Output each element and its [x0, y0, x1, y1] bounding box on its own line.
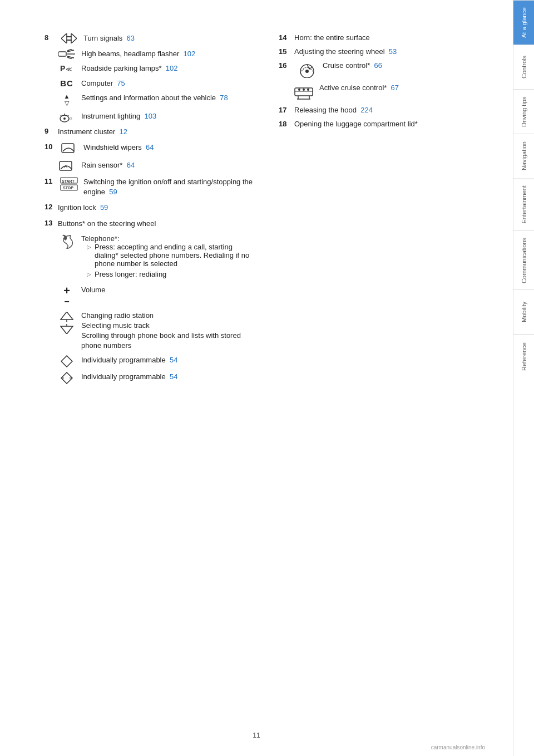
- sidebar-tab-driving-tips[interactable]: Driving tips: [513, 89, 534, 134]
- turn-signals-text: Turn signals 63: [83, 33, 256, 43]
- item-10-block: 10 Windshield wipers 64: [44, 143, 256, 173]
- settings-link[interactable]: 78: [220, 94, 228, 102]
- svg-point-14: [63, 117, 66, 120]
- left-column: 8 Turn signals 63: [44, 33, 256, 389]
- wipers-link[interactable]: 64: [146, 143, 154, 151]
- turn-signals-icon: [58, 33, 80, 43]
- svg-point-36: [303, 89, 305, 91]
- start-stop-icon: START STOP: [58, 177, 80, 192]
- item-12-block: 12 Ignition lock 59: [44, 203, 256, 213]
- instrument-lighting-text: Instrument lighting 103: [81, 111, 256, 121]
- cruise-control-icon: [294, 61, 319, 78]
- bullet-triangle-1: ▷: [87, 244, 91, 250]
- item-number-8: 8: [44, 33, 56, 42]
- sidebar-tab-entertainment[interactable]: Entertainment: [513, 178, 534, 230]
- sidebar-tab-mobility[interactable]: Mobility: [513, 289, 534, 334]
- bullet-triangle-2: ▷: [87, 271, 91, 277]
- windshield-wipers-icon: [58, 143, 80, 155]
- item-9-block: 9 Instrument cluster 12: [44, 127, 256, 137]
- two-column-layout: 8 Turn signals 63: [44, 33, 491, 389]
- main-content: 8 Turn signals 63: [0, 0, 513, 756]
- telephone-bullet-2-text: Press longer: redialing: [95, 270, 166, 278]
- settings-text: Settings and information about the vehic…: [81, 93, 256, 103]
- telephone-content: Telephone*: ▷ Press: accepting and endin…: [81, 234, 256, 281]
- item-15-text: Adjusting the steering wheel 53: [294, 47, 397, 56]
- parking-lamps-text: Roadside parking lamps* 102: [81, 63, 256, 73]
- item-number-17: 17: [279, 106, 291, 114]
- svg-marker-1: [67, 33, 77, 43]
- sidebar-tab-reference[interactable]: Reference: [513, 334, 534, 379]
- svg-text:☼: ☼: [68, 115, 73, 121]
- item-9-row: 9 Instrument cluster 12: [44, 127, 256, 137]
- right-column: 14 Horn: the entire surface 15 Adjusting…: [279, 33, 491, 389]
- item-8-instrument-lighting: ☼ Instrument lighting 103: [56, 111, 256, 122]
- computer-link[interactable]: 75: [117, 79, 125, 87]
- sidebar-tab-communications[interactable]: Communications: [513, 230, 534, 290]
- watermark: carmanualsonline.info: [431, 744, 485, 750]
- item-18-row: 18 Opening the luggage compartment lid*: [279, 120, 491, 128]
- high-beams-link[interactable]: 102: [184, 50, 196, 58]
- item-13-text: Buttons* on the steering wheel: [58, 219, 256, 229]
- item-13-block: 13 Buttons* on the steering wheel Tel: [44, 219, 256, 385]
- computer-icon: BC: [56, 78, 78, 88]
- item-12-row: 12 Ignition lock 59: [44, 203, 256, 213]
- item-14-row: 14 Horn: the entire surface: [279, 33, 491, 42]
- item-11-link[interactable]: 59: [109, 188, 117, 196]
- svg-marker-27: [61, 356, 72, 367]
- svg-text:START: START: [62, 179, 75, 183]
- active-cruise-link[interactable]: 67: [391, 84, 399, 92]
- item-13-row: 13 Buttons* on the steering wheel: [44, 219, 256, 229]
- sidebar-tab-at-a-glance[interactable]: At a glance: [513, 0, 534, 45]
- item-8-settings: ▲ ▽ Settings and information about the v…: [56, 93, 256, 107]
- volume-text: Volume: [81, 285, 256, 295]
- settings-arrows-icon: ▲ ▽: [56, 93, 78, 107]
- high-beams-icon: [56, 49, 78, 59]
- radio-scroll-text: Changing radio stationSelecting music tr…: [81, 311, 256, 351]
- svg-marker-0: [61, 33, 71, 43]
- active-cruise-text: Active cruise control* 67: [319, 84, 399, 92]
- individually-1-link[interactable]: 54: [170, 356, 177, 364]
- cruise-control-text: Cruise control* 66: [323, 61, 382, 70]
- telephone-icon: [56, 234, 78, 249]
- instrument-lighting-link[interactable]: 103: [144, 112, 156, 120]
- telephone-bullet-1: ▷ Press: accepting and ending a call, st…: [87, 243, 256, 268]
- item-14-block: 14 Horn: the entire surface: [279, 33, 491, 42]
- sidebar-tab-navigation[interactable]: Navigation: [513, 134, 534, 178]
- item-8-turn-signals: 8 Turn signals 63: [44, 33, 256, 43]
- svg-point-35: [298, 89, 300, 91]
- item-number-18: 18: [279, 120, 291, 128]
- cruise-control-link[interactable]: 66: [374, 61, 382, 70]
- sidebar-tab-controls[interactable]: Controls: [513, 45, 534, 89]
- turn-signals-link[interactable]: 63: [127, 34, 135, 42]
- item-17-link[interactable]: 224: [360, 106, 373, 114]
- item-17-row: 17 Releasing the hood 224: [279, 106, 491, 114]
- rain-sensor-link[interactable]: 64: [127, 161, 135, 169]
- plus-icon: +: [63, 285, 70, 296]
- svg-text:A: A: [64, 164, 67, 169]
- item-9-link[interactable]: 12: [120, 127, 127, 136]
- individually-2-link[interactable]: 54: [170, 372, 177, 381]
- item-11-block: 11 START STOP Switching the ignition on/…: [44, 177, 256, 197]
- parking-lamps-link[interactable]: 102: [166, 64, 178, 72]
- item-9-text: Instrument cluster 12: [58, 127, 256, 137]
- item-10-rain-sensor: A Rain sensor* 64: [56, 160, 256, 173]
- item-18-text: Opening the luggage compartment lid*: [294, 120, 418, 128]
- item-number-14: 14: [279, 33, 291, 42]
- item-16-active-cruise-row: Active cruise control* 67: [291, 84, 491, 100]
- page-number: 11: [253, 732, 260, 739]
- computer-text: Computer 75: [81, 78, 256, 89]
- telephone-label: Telephone*:: [81, 234, 256, 243]
- item-number-12: 12: [44, 203, 56, 211]
- item-17-block: 17 Releasing the hood 224: [279, 106, 491, 114]
- item-12-link[interactable]: 59: [100, 203, 108, 212]
- svg-text:STOP: STOP: [63, 186, 73, 190]
- item-11-text: Switching the ignition on/off and starti…: [83, 177, 256, 197]
- item-number-15: 15: [279, 47, 291, 56]
- item-15-row: 15 Adjusting the steering wheel 53: [279, 47, 491, 56]
- item-number-11: 11: [44, 177, 56, 185]
- volume-icon: + −: [56, 285, 78, 306]
- individually-2-text: Individually programmable 54: [81, 372, 256, 382]
- item-8-block: 8 Turn signals 63: [44, 33, 256, 122]
- page-container: 8 Turn signals 63: [0, 0, 534, 756]
- item-15-link[interactable]: 53: [389, 47, 397, 56]
